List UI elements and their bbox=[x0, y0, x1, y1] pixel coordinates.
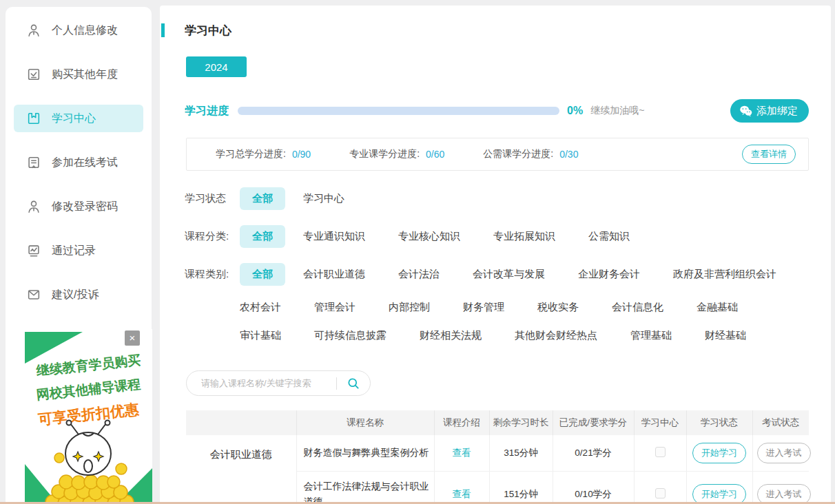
filter-option[interactable]: 财经相关法规 bbox=[420, 329, 482, 342]
filter-option[interactable]: 全部 bbox=[240, 263, 285, 286]
credit-stat: 专业课学分进度:0/60 bbox=[349, 148, 444, 160]
remaining-time: 315分钟 bbox=[489, 435, 553, 472]
search-input[interactable] bbox=[187, 378, 336, 388]
exam-icon bbox=[26, 155, 41, 170]
search-box bbox=[186, 370, 371, 396]
sidebar-menu: 个人信息修改购买其他年度学习中心参加在线考试修改登录密码通过记录建议/投诉 bbox=[6, 7, 152, 308]
screen: 个人信息修改购买其他年度学习中心参加在线考试修改登录密码通过记录建议/投诉 继续… bbox=[0, 0, 835, 504]
year-tab-2024[interactable]: 2024 bbox=[186, 56, 247, 77]
remaining-time: 151分钟 bbox=[489, 472, 553, 504]
enter-exam-button[interactable]: 进入考试 bbox=[757, 484, 811, 504]
filter-option[interactable]: 专业核心知识 bbox=[398, 230, 460, 243]
filters: 学习状态全部学习中心课程分类:全部专业通识知识专业核心知识专业拓展知识公需知识课… bbox=[185, 187, 810, 357]
title-accent-bar bbox=[161, 23, 165, 37]
study-center-checkbox[interactable] bbox=[655, 488, 666, 498]
filter-option[interactable]: 政府及非营利组织会计 bbox=[673, 268, 776, 281]
filter-option[interactable]: 管理会计 bbox=[314, 301, 355, 314]
filter-option[interactable]: 全部 bbox=[240, 225, 285, 248]
filter-option[interactable]: 可持续信息披露 bbox=[314, 329, 386, 342]
view-intro-link[interactable]: 查看 bbox=[453, 489, 471, 499]
progress-label: 学习进度 bbox=[185, 104, 229, 118]
filter-row: 学习状态全部学习中心 bbox=[185, 187, 810, 210]
enter-exam-button[interactable]: 进入考试 bbox=[757, 443, 811, 463]
sidebar-item-1[interactable]: 个人信息修改 bbox=[14, 17, 143, 44]
filter-option[interactable]: 金融基础 bbox=[697, 301, 738, 314]
table-header-row: 课程名称课程介绍剩余学习时长已完成/要求学分学习中心学习状态考试状态 bbox=[186, 410, 809, 435]
wechat-icon bbox=[739, 104, 752, 118]
filter-label: 学习状态 bbox=[185, 192, 240, 205]
filter-option[interactable]: 公需知识 bbox=[588, 230, 630, 243]
sidebar: 个人信息修改购买其他年度学习中心参加在线考试修改登录密码通过记录建议/投诉 继续… bbox=[6, 7, 152, 504]
view-intro-link[interactable]: 查看 bbox=[453, 448, 471, 458]
progress-percent: 0% bbox=[567, 105, 583, 117]
filter-row: 课程分类:全部专业通识知识专业核心知识专业拓展知识公需知识 bbox=[185, 225, 810, 248]
filter-label: 课程类别: bbox=[185, 268, 240, 281]
sidebar-item-3[interactable]: 学习中心 bbox=[14, 105, 143, 132]
course-name: 会计工作法律法规与会计职业道德 bbox=[296, 472, 434, 504]
progress-hint: 继续加油哦~ bbox=[590, 105, 644, 117]
column-header: 考试状态 bbox=[752, 410, 809, 435]
progress-bar bbox=[238, 107, 559, 115]
credit-stat-label: 公需课学分进度: bbox=[483, 148, 553, 160]
filter-option[interactable]: 全部 bbox=[240, 187, 285, 210]
sidebar-item-label: 学习中心 bbox=[52, 112, 96, 126]
sidebar-item-label: 修改登录密码 bbox=[52, 200, 118, 214]
filter-option[interactable]: 会计职业道德 bbox=[303, 268, 365, 281]
sidebar-item-5[interactable]: 修改登录密码 bbox=[14, 193, 143, 220]
filter-option[interactable]: 会计改革与发展 bbox=[473, 268, 545, 281]
course-table-wrap: 课程名称课程介绍剩余学习时长已完成/要求学分学习中心学习状态考试状态会计职业道德… bbox=[186, 410, 809, 504]
credit-stat-label: 学习总学分进度: bbox=[216, 148, 286, 160]
view-details-button[interactable]: 查看详情 bbox=[742, 145, 796, 164]
sidebar-item-2[interactable]: 购买其他年度 bbox=[14, 61, 143, 88]
credit-progress: 0/10学分 bbox=[553, 472, 634, 504]
filter-option[interactable]: 农村会计 bbox=[240, 301, 281, 314]
column-header bbox=[186, 410, 296, 435]
page-title-row: 学习中心 bbox=[160, 23, 231, 38]
search-icon[interactable] bbox=[347, 377, 360, 390]
add-binding-button[interactable]: 添加绑定 bbox=[730, 99, 809, 123]
progress-row: 学习进度 0% 继续加油哦~ 添加绑定 bbox=[185, 99, 809, 123]
filter-option[interactable]: 其他财会财经热点 bbox=[515, 329, 597, 342]
filter-label: 课程分类: bbox=[185, 230, 240, 243]
credit-stat-value: 0/90 bbox=[292, 149, 311, 160]
column-header: 已完成/要求学分 bbox=[553, 410, 634, 435]
sidebar-item-label: 购买其他年度 bbox=[52, 67, 118, 82]
filter-option[interactable]: 专业通识知识 bbox=[303, 230, 365, 243]
mascot-coins-illustration bbox=[25, 419, 152, 504]
credit-progress: 0/21学分 bbox=[553, 435, 634, 472]
add-binding-label: 添加绑定 bbox=[756, 105, 798, 118]
banner-close-icon[interactable]: × bbox=[125, 330, 140, 346]
filter-option[interactable]: 企业财务会计 bbox=[578, 268, 640, 281]
filter-option[interactable]: 财务管理 bbox=[463, 301, 504, 314]
credit-stat-label: 专业课学分进度: bbox=[349, 148, 420, 160]
course-table: 课程名称课程介绍剩余学习时长已完成/要求学分学习中心学习状态考试状态会计职业道德… bbox=[186, 410, 809, 504]
filter-option[interactable]: 财经基础 bbox=[705, 329, 746, 342]
filter-option[interactable]: 会计信息化 bbox=[612, 301, 663, 314]
promo-banner: 继续教育学员购买 网校其他辅导课程 可享受折扣优惠 bbox=[25, 329, 152, 504]
search-separator bbox=[336, 377, 337, 390]
filter-option[interactable]: 税收实务 bbox=[537, 301, 579, 314]
filter-option[interactable]: 审计基础 bbox=[240, 329, 281, 342]
sidebar-item-7[interactable]: 建议/投诉 bbox=[14, 281, 143, 308]
sidebar-item-4[interactable]: 参加在线考试 bbox=[14, 149, 143, 176]
filter-option[interactable]: 专业拓展知识 bbox=[493, 230, 555, 243]
filter-row: 农村会计管理会计内部控制财务管理税收实务会计信息化金融基础 bbox=[185, 301, 810, 314]
column-header: 剩余学习时长 bbox=[489, 410, 553, 435]
sidebar-item-label: 通过记录 bbox=[52, 244, 96, 258]
filter-option[interactable]: 内部控制 bbox=[389, 301, 430, 314]
feedback-icon bbox=[26, 287, 41, 302]
start-study-button[interactable]: 开始学习 bbox=[692, 484, 746, 504]
sidebar-item-label: 参加在线考试 bbox=[52, 156, 118, 170]
study-center-checkbox[interactable] bbox=[655, 447, 666, 457]
column-header: 课程介绍 bbox=[434, 410, 489, 435]
table-row: 会计职业道德财务造假与舞弊典型案例分析查看315分钟0/21学分开始学习进入考试 bbox=[186, 435, 809, 472]
sidebar-item-label: 个人信息修改 bbox=[52, 23, 118, 38]
filter-option[interactable]: 管理基础 bbox=[630, 329, 672, 342]
filter-option[interactable]: 会计法治 bbox=[398, 268, 440, 281]
purchase-icon bbox=[26, 67, 41, 82]
start-study-button[interactable]: 开始学习 bbox=[692, 443, 746, 463]
credit-summary-items: 学习总学分进度:0/90专业课学分进度:0/60公需课学分进度:0/30 bbox=[216, 148, 617, 160]
password-icon bbox=[26, 199, 41, 214]
filter-option[interactable]: 学习中心 bbox=[303, 192, 344, 205]
sidebar-item-6[interactable]: 通过记录 bbox=[14, 237, 143, 264]
